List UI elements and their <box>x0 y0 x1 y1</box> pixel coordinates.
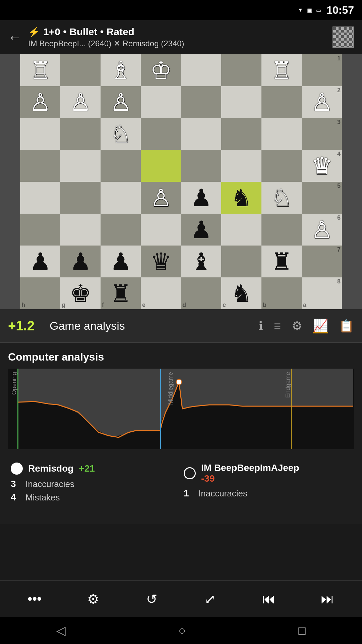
board-square[interactable] <box>221 246 261 277</box>
board-square[interactable]: ♟ <box>101 246 141 277</box>
chess-piece: ♚ <box>70 281 92 306</box>
board-square[interactable] <box>20 150 60 182</box>
board-square[interactable]: ♙ <box>141 182 181 214</box>
board-square[interactable]: ♗ <box>101 54 141 86</box>
info-icon[interactable]: ℹ <box>258 319 263 333</box>
board-square[interactable] <box>221 54 261 86</box>
board-square[interactable] <box>261 86 302 118</box>
header-left: ← ⚡ 1+0 • Bullet • Rated IM BeepBeepI...… <box>8 26 184 48</box>
board-square[interactable] <box>20 118 60 150</box>
back-nav-button[interactable]: ◁ <box>56 624 66 638</box>
wifi-icon: ▼ <box>298 7 303 13</box>
settings-button[interactable]: ⚙ <box>80 586 107 612</box>
remisdog-mistakes-label: Mistakes <box>25 492 60 503</box>
board-square[interactable] <box>60 214 101 246</box>
board-square[interactable]: ♙ <box>60 86 101 118</box>
board-square[interactable]: ♔ <box>141 54 181 86</box>
board-square[interactable] <box>60 54 101 86</box>
chess-piece: ♛ <box>150 250 172 274</box>
board-square[interactable]: g♚ <box>60 277 101 309</box>
svg-point-2 <box>176 379 182 385</box>
board-square[interactable]: e <box>141 277 181 309</box>
bolt-icon: ⚡ <box>28 26 40 38</box>
board-square[interactable]: d <box>181 277 221 309</box>
chess-piece: ♙ <box>70 90 92 114</box>
board-square[interactable] <box>141 118 181 150</box>
board-square[interactable]: ♙ <box>20 86 60 118</box>
board-square[interactable]: ♖ <box>20 54 60 86</box>
board-square[interactable]: ♙ <box>101 86 141 118</box>
board-square[interactable] <box>181 150 221 182</box>
recents-nav-button[interactable]: □ <box>298 624 306 638</box>
board-square[interactable]: ♖ <box>261 54 302 86</box>
prev-move-button[interactable]: ⏮ <box>255 586 282 612</box>
board-square[interactable]: ♘ <box>101 118 141 150</box>
board-square[interactable] <box>261 118 302 150</box>
board-square[interactable] <box>221 118 261 150</box>
board-square[interactable]: 1 <box>302 54 342 86</box>
board-square[interactable] <box>141 86 181 118</box>
chart-icon[interactable]: 📈 <box>313 318 328 333</box>
board-square[interactable]: 6♙ <box>302 214 342 246</box>
board-square[interactable] <box>181 86 221 118</box>
chess-piece: ♔ <box>150 58 172 83</box>
book-icon[interactable]: 📋 <box>339 319 354 333</box>
endgame-line <box>291 369 292 449</box>
board-square[interactable]: ♛ <box>141 246 181 277</box>
board-square[interactable]: 4♛ <box>302 150 342 182</box>
board-square[interactable]: 8a <box>302 277 342 309</box>
flip-board-button[interactable]: ↺ <box>138 586 165 612</box>
board-square[interactable] <box>101 150 141 182</box>
chess-piece: ♘ <box>110 122 132 146</box>
board-square[interactable]: 7 <box>302 246 342 277</box>
settings-icon[interactable]: ⚙ <box>292 319 302 333</box>
board-square[interactable] <box>181 118 221 150</box>
board-square[interactable] <box>101 214 141 246</box>
file-label: b <box>263 302 266 309</box>
board-square[interactable]: ♟ <box>181 182 221 214</box>
board-square[interactable]: ♟ <box>20 246 60 277</box>
file-label: a <box>303 302 306 309</box>
header-title: ⚡ 1+0 • Bullet • Rated <box>28 26 184 38</box>
board-square[interactable]: f♜ <box>101 277 141 309</box>
chess-board[interactable]: ♖♗♔♖1♙♙♙2♙♘34♛♙♟♞♘5♟6♙♟♟♟♛♝♜7hg♚f♜edc♞b8… <box>20 54 342 309</box>
board-square[interactable] <box>60 150 101 182</box>
rank-label: 7 <box>337 246 341 253</box>
moves-list-icon[interactable]: ≡ <box>274 319 281 333</box>
next-move-button[interactable]: ⏭ <box>314 586 341 612</box>
board-square[interactable]: 3 <box>302 118 342 150</box>
board-square[interactable] <box>141 214 181 246</box>
board-square[interactable]: ♞ <box>221 182 261 214</box>
board-square[interactable]: ♘ <box>261 182 302 214</box>
board-square[interactable]: ♜ <box>261 246 302 277</box>
more-options-button[interactable]: ••• <box>21 586 48 612</box>
board-square[interactable] <box>60 118 101 150</box>
board-square[interactable]: ♟ <box>60 246 101 277</box>
board-square[interactable]: h <box>20 277 60 309</box>
analysis-chart[interactable]: Opening Middlegame Endgame <box>8 369 354 449</box>
board-square[interactable]: 5 <box>302 182 342 214</box>
board-square[interactable]: ♝ <box>181 246 221 277</box>
board-square[interactable] <box>141 150 181 182</box>
fullscreen-button[interactable]: ⤢ <box>197 586 224 612</box>
file-label: c <box>223 302 226 309</box>
board-square[interactable] <box>101 182 141 214</box>
back-button[interactable]: ← <box>8 30 21 45</box>
board-square[interactable] <box>221 150 261 182</box>
board-square[interactable] <box>20 182 60 214</box>
chess-board-icon[interactable] <box>333 26 354 48</box>
board-square[interactable] <box>261 150 302 182</box>
board-square[interactable] <box>60 182 101 214</box>
board-square[interactable] <box>181 54 221 86</box>
analysis-icons: ℹ ≡ ⚙ 📈 📋 <box>258 318 354 333</box>
board-square[interactable] <box>221 214 261 246</box>
board-square[interactable] <box>261 214 302 246</box>
board-square[interactable] <box>221 86 261 118</box>
board-square[interactable]: b <box>261 277 302 309</box>
home-nav-button[interactable]: ○ <box>178 624 186 638</box>
board-square[interactable]: c♞ <box>221 277 261 309</box>
rank-label: 5 <box>337 182 341 190</box>
board-square[interactable]: 2♙ <box>302 86 342 118</box>
board-square[interactable]: ♟ <box>181 214 221 246</box>
board-square[interactable] <box>20 214 60 246</box>
